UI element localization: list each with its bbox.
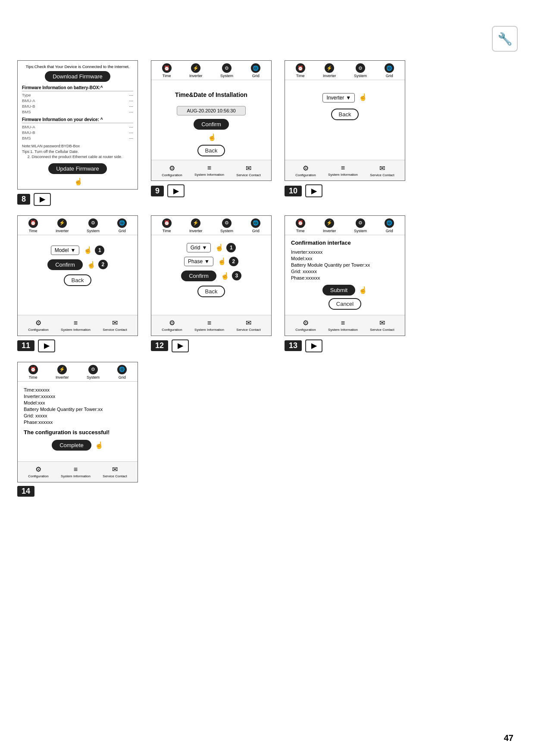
cancel-button[interactable]: Cancel <box>329 298 361 310</box>
cursor-14: ☝ <box>95 441 103 449</box>
date-input[interactable]: AUG-20.2020 10:56:30 <box>177 106 246 115</box>
fw-row-bmua2: BMU-A--- <box>22 124 133 130</box>
badge-12-3: 3 <box>232 271 241 280</box>
panel9-title: Time&Date of Installation <box>175 91 247 98</box>
step-9-label: 9 ▶ <box>151 184 185 197</box>
fw-row-bms2: BMS--- <box>22 135 133 141</box>
step-14-num: 14 <box>17 486 34 497</box>
panel-13: ⏰Time ⚡Inverter ⚙System 🌐Grid Confirmati… <box>285 215 405 336</box>
panel-11: ⏰Time ⚡Inverter ⚙System 🌐Grid Model ▼ ☝ … <box>17 215 138 336</box>
confirm-button-12[interactable]: Confirm <box>181 271 216 281</box>
conf-battery: Battery Module Quantity per Tower:xx <box>291 262 399 268</box>
p14-phase: Phase:xxxxxx <box>24 420 131 425</box>
fw-row-bms1: BMS--- <box>22 109 133 115</box>
p14-model: Model:xxx <box>24 400 131 405</box>
step-11-label: 11 ▶ <box>17 339 55 352</box>
model-dropdown[interactable]: Model ▼ <box>51 246 80 255</box>
badge-11-2: 2 <box>98 260 108 269</box>
p14-inverter: Inverter:xxxxxx <box>24 394 131 399</box>
success-msg: The configuration is successful! <box>24 429 131 436</box>
back-button-9[interactable]: Back <box>197 145 225 156</box>
cursor-12b: ☝ <box>218 257 226 265</box>
cursor-13: ☝ <box>359 286 367 294</box>
confirm-button-11[interactable]: Confirm <box>47 259 83 270</box>
nav-bar-13: ⏰Time ⚡Inverter ⚙System 🌐Grid <box>285 216 405 235</box>
step-8-num: 8 <box>17 194 30 205</box>
cursor-11a: ☝ <box>84 246 92 254</box>
step-12-arrow: ▶ <box>172 339 189 352</box>
back-button-10[interactable]: Back <box>331 109 359 120</box>
tip-text: Tips:Check that Your Device is Connected… <box>22 64 133 69</box>
nav-bar-11: ⏰Time ⚡Inverter ⚙System 🌐Grid <box>18 216 138 235</box>
p14-battery: Battery Module Quantity per Tower:xx <box>24 407 131 412</box>
panel-14: ⏰Time ⚡Inverter ⚙System 🌐Grid Time:xxxxx… <box>17 362 138 482</box>
step-13-label: 13 ▶ <box>285 339 322 352</box>
step-9-arrow: ▶ <box>167 184 185 197</box>
panel-10: ⏰Time ⚡Inverter ⚙System 🌐Grid Inverter ▼… <box>285 60 405 181</box>
bottom-bar-14: ⚙Configuration ≡System Information ✉Serv… <box>18 461 138 482</box>
step-14-label: 14 <box>17 486 34 497</box>
cursor-10: ☝ <box>359 93 367 101</box>
step-8-label: 8 ▶ <box>17 193 51 206</box>
conf-model: Model:xxx <box>291 256 399 261</box>
cursor-12c: ☝ <box>221 272 229 280</box>
panel-12: ⏰Time ⚡Inverter ⚙System 🌐Grid Grid ▼ ☝ 1 <box>151 215 272 336</box>
step-10-arrow: ▶ <box>305 184 322 197</box>
badge-12-2: 2 <box>229 257 238 266</box>
nav-bar-12: ⏰Time ⚡Inverter ⚙System 🌐Grid <box>151 216 271 235</box>
inverter-dropdown[interactable]: Inverter ▼ <box>322 93 355 103</box>
step-13-arrow: ▶ <box>305 339 322 352</box>
p14-grid: Grid: xxxxx <box>24 413 131 418</box>
bottom-bar-13: ⚙Configuration ≡System Information ✉Serv… <box>285 315 405 336</box>
nav-bar-10: ⏰Time ⚡Inverter ⚙System 🌐Grid <box>285 61 405 80</box>
conf-grid: Grid: xxxxxx <box>291 269 399 274</box>
step-11-arrow: ▶ <box>38 339 55 352</box>
cursor-11b: ☝ <box>87 261 96 269</box>
fw-row-bmub1: BMU-B--- <box>22 103 133 109</box>
panel-9: ⏰Time ⚡Inverter ⚙System 🌐Grid Time&Date … <box>151 60 272 181</box>
bottom-bar-10: ⚙Configuration ≡System Information ✉Serv… <box>285 160 405 180</box>
complete-button[interactable]: Complete <box>52 440 91 451</box>
conf-title: Confirmation interface <box>291 240 399 246</box>
badge-12-1: 1 <box>226 243 236 252</box>
step-12-label: 12 ▶ <box>151 339 189 352</box>
page-number: 47 <box>504 733 513 743</box>
phase-dropdown[interactable]: Phase ▼ <box>184 257 213 266</box>
back-button-12[interactable]: Back <box>197 286 225 297</box>
download-firmware-button[interactable]: Download Firmware <box>45 71 110 82</box>
note-text: Note:WLAN password:BYDB-Box Tips:1. Turn… <box>22 143 133 160</box>
step-9-num: 9 <box>151 186 164 196</box>
step-11-num: 11 <box>17 340 34 351</box>
cursor-9: ☝ <box>208 133 216 141</box>
badge-11-1: 1 <box>95 246 104 255</box>
step-10-label: 10 ▶ <box>285 184 322 197</box>
cursor-8: ☝ <box>74 177 83 186</box>
bottom-bar-12: ⚙Configuration ≡System Information ✉Serv… <box>151 315 271 336</box>
step-8-arrow: ▶ <box>34 193 51 206</box>
grid-dropdown[interactable]: Grid ▼ <box>187 243 211 252</box>
back-button-11[interactable]: Back <box>64 274 92 286</box>
submit-button[interactable]: Submit <box>322 285 355 296</box>
step-12-num: 12 <box>151 340 168 351</box>
bottom-bar-11: ⚙Configuration ≡System Information ✉Serv… <box>18 315 138 336</box>
nav-bar-14: ⏰Time ⚡Inverter ⚙System 🌐Grid <box>18 362 138 382</box>
update-firmware-button[interactable]: Update Firmware <box>48 163 107 174</box>
wrench-icon: 🔧 <box>492 26 518 52</box>
fw-row-bmub2: BMU-B--- <box>22 130 133 135</box>
fw-row-type: Type--- <box>22 92 133 98</box>
step-13-num: 13 <box>285 340 302 351</box>
nav-bar-9: ⏰Time ⚡Inverter ⚙System 🌐Grid <box>151 61 271 80</box>
step-10-num: 10 <box>285 186 302 196</box>
bottom-bar-9: ⚙Configuration ≡System Information ✉Serv… <box>151 160 271 180</box>
p14-time: Time:xxxxxx <box>24 387 131 392</box>
fw-row-bmua1: BMU-A--- <box>22 98 133 103</box>
cursor-12a: ☝ <box>215 243 224 252</box>
conf-phase: Phase:xxxxxx <box>291 275 399 280</box>
panel-8: Tips:Check that Your Device is Connected… <box>17 60 138 190</box>
section2-title: Firmware Information on your device: ^ <box>22 117 133 123</box>
confirm-button-9[interactable]: Confirm <box>194 119 229 130</box>
section1-title: Firmware Information on battery-BOX:^ <box>22 85 133 91</box>
conf-inverter: Inverter:xxxxxx <box>291 249 399 255</box>
